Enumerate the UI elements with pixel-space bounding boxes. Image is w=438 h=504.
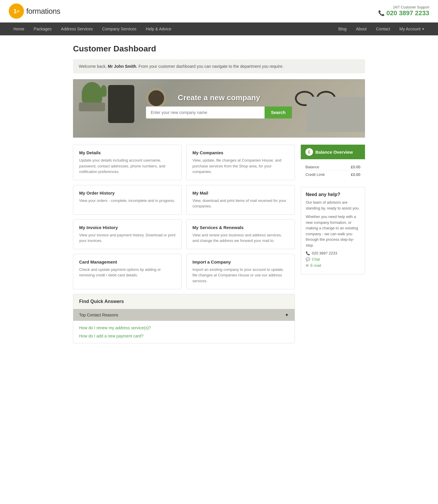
my-mail-card[interactable]: My Mail View, download and print items o…	[186, 185, 295, 215]
welcome-suffix: . From your customer dashboard you can n…	[136, 64, 284, 69]
nav-my-account[interactable]: My Account ▼	[395, 22, 429, 35]
my-invoice-history-desc: View your invoice and payment history. D…	[79, 232, 175, 244]
quick-answers-container: Find Quick Answers Top Contact Reasons ▼…	[73, 294, 295, 343]
chevron-down-icon: ▼	[285, 313, 289, 317]
welcome-prefix: Welcome back,	[79, 64, 108, 69]
welcome-bar: Welcome back, Mr John Smith. From your c…	[73, 59, 365, 73]
top-header: 1st formations 24/7 Customer Support 📞 0…	[0, 0, 438, 22]
help-title: Need any help?	[306, 192, 360, 197]
balance-title: Balance Overview	[315, 150, 353, 155]
chat-icon: 💬	[306, 257, 310, 261]
my-companies-desc: View, update, file changes at Companies …	[192, 157, 289, 175]
support-area: 24/7 Customer Support 📞 020 3897 2233	[378, 5, 429, 17]
card-management-card[interactable]: Card Management Check and update payment…	[73, 254, 182, 290]
balance-amount-2: £0.00	[351, 172, 360, 177]
my-order-history-desc: View your orders - complete, incomplete …	[79, 198, 175, 204]
my-order-history-card[interactable]: My Order History View your orders - comp…	[73, 185, 182, 215]
nav-help-advice[interactable]: Help & Advice	[141, 22, 176, 35]
balance-header: £ Balance Overview	[301, 145, 365, 159]
balance-label-1: Balance	[305, 165, 319, 169]
my-companies-card[interactable]: My Companies View, update, file changes …	[186, 145, 295, 180]
balance-label-2: Credit Limit	[305, 172, 325, 177]
hero-text-area: Create a new company Search	[146, 93, 292, 118]
welcome-name: Mr John Smith	[108, 64, 136, 69]
help-chat-link[interactable]: Chat	[312, 257, 320, 261]
help-email-item: ✉ E-mail	[306, 263, 360, 268]
my-invoice-history-card[interactable]: My Invoice History View your invoice and…	[73, 219, 182, 249]
company-name-input[interactable]	[146, 106, 265, 118]
qa-dropdown-label: Top Contact Reasons	[79, 313, 118, 317]
search-button[interactable]: Search	[265, 106, 292, 118]
logo-icon: 1st	[9, 4, 24, 19]
cards-row-1: My Details Update your details including…	[73, 145, 295, 180]
my-services-title: My Services & Renewals	[192, 225, 289, 230]
balance-card: £ Balance Overview Balance £0.00 Credit …	[301, 145, 365, 182]
help-card: Need any help? Our team of advisors are …	[301, 187, 365, 274]
hero-search-row: Search	[146, 106, 292, 118]
my-invoice-history-title: My Invoice History	[79, 225, 175, 230]
quick-answers-section: Find Quick Answers Top Contact Reasons ▼…	[73, 294, 295, 343]
balance-body: Balance £0.00 Credit Limit £0.00	[301, 159, 365, 182]
phone-icon: 📞	[306, 251, 310, 255]
my-order-history-title: My Order History	[79, 190, 175, 195]
nav-contact[interactable]: Contact	[371, 22, 394, 35]
cards-column: My Details Update your details including…	[73, 145, 295, 343]
help-desc-1: Our team of advisors are standing by, re…	[306, 200, 360, 211]
help-chat-item: 💬 Chat	[306, 257, 360, 261]
logo-text: formations	[26, 7, 60, 16]
my-services-card[interactable]: My Services & Renewals View and renew yo…	[186, 219, 295, 249]
my-details-desc: Update your details including account us…	[79, 157, 175, 175]
quick-answers-header: Find Quick Answers	[73, 294, 295, 309]
nav-home[interactable]: Home	[9, 22, 29, 35]
help-phone-item: 📞 020 3897 2233	[306, 251, 360, 255]
support-phone: 📞 020 3897 2233	[378, 9, 429, 17]
nav-company-services[interactable]: Company Services	[98, 22, 141, 35]
my-details-title: My Details	[79, 150, 175, 155]
main-navigation: Home Packages Address Services Company S…	[0, 22, 438, 35]
phone-icon: 📞	[378, 10, 385, 16]
card-management-title: Card Management	[79, 259, 175, 264]
import-company-card[interactable]: Import a Company Import an existing comp…	[186, 254, 295, 290]
page-title: Customer Dashboard	[73, 44, 365, 53]
nav-about[interactable]: About	[351, 22, 371, 35]
support-number: 020 3897 2233	[386, 9, 429, 17]
card-management-desc: Check and update payment options by addi…	[79, 267, 175, 278]
qa-link-2[interactable]: How do I add a new payment card?	[79, 334, 289, 338]
balance-row-1: Balance £0.00	[305, 163, 360, 171]
logo-area: 1st formations	[9, 4, 60, 19]
import-company-desc: Import an existing company to your accou…	[192, 267, 289, 284]
my-mail-title: My Mail	[192, 190, 289, 195]
cards-row-3: My Invoice History View your invoice and…	[73, 219, 295, 249]
my-details-card[interactable]: My Details Update your details including…	[73, 145, 182, 180]
hero-section: Create a new company Search	[73, 79, 365, 138]
my-companies-title: My Companies	[192, 150, 289, 155]
hero-headline: Create a new company	[146, 93, 292, 102]
help-email-link[interactable]: E-mail	[310, 263, 321, 268]
balance-row-2: Credit Limit £0.00	[305, 171, 360, 178]
my-services-desc: View and renew your business and address…	[192, 232, 289, 244]
import-company-title: Import a Company	[192, 259, 289, 264]
dashboard-grid: My Details Update your details including…	[73, 145, 365, 343]
help-phone: 020 3897 2233	[312, 251, 337, 255]
qa-links: How do I renew my address service(s)? Ho…	[73, 321, 295, 343]
balance-amount-1: £0.00	[351, 165, 360, 169]
email-icon: ✉	[306, 264, 309, 268]
help-contact: 📞 020 3897 2233 💬 Chat ✉ E-mail	[306, 251, 360, 268]
qa-dropdown-bar[interactable]: Top Contact Reasons ▼	[73, 309, 295, 321]
nav-right: Blog About Contact My Account ▼	[334, 22, 429, 35]
main-content: Customer Dashboard Welcome back, Mr John…	[67, 35, 371, 359]
nav-blog[interactable]: Blog	[334, 22, 351, 35]
nav-address-services[interactable]: Address Services	[56, 22, 98, 35]
my-mail-desc: View, download and print items of mail r…	[192, 198, 289, 209]
cards-row-2: My Order History View your orders - comp…	[73, 185, 295, 215]
cards-row-4: Card Management Check and update payment…	[73, 254, 295, 290]
balance-icon: £	[305, 148, 313, 156]
sidebar-column: £ Balance Overview Balance £0.00 Credit …	[301, 145, 365, 343]
qa-link-1[interactable]: How do I renew my address service(s)?	[79, 325, 289, 330]
support-label: 24/7 Customer Support	[378, 5, 429, 9]
nav-packages[interactable]: Packages	[29, 22, 56, 35]
chevron-down-icon: ▼	[422, 27, 425, 31]
nav-left: Home Packages Address Services Company S…	[9, 22, 176, 35]
help-desc-2: Whether you need help with a new company…	[306, 214, 360, 248]
